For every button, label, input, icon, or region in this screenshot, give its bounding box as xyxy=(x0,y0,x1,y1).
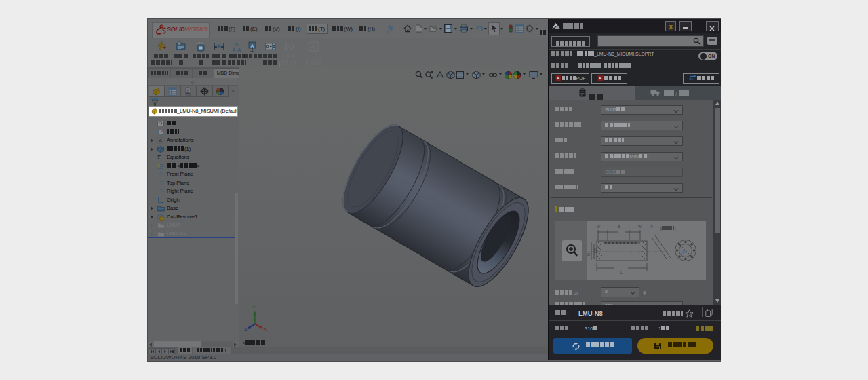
svg-text:(r): (r) xyxy=(650,224,653,228)
svg-text:A: A xyxy=(237,47,241,53)
svg-text:L: L xyxy=(620,271,623,275)
svg-text:W: W xyxy=(597,225,601,229)
svg-text:D1: D1 xyxy=(593,248,597,253)
svg-text:Y: Y xyxy=(252,305,256,311)
svg-text:D: D xyxy=(587,252,591,256)
svg-text:dr: dr xyxy=(680,248,687,255)
svg-text:1.125: 1.125 xyxy=(197,41,204,45)
svg-text:W: W xyxy=(638,225,642,229)
svg-text:A: A xyxy=(232,47,236,53)
svg-text:X: X xyxy=(264,326,267,332)
svg-text:A: A xyxy=(159,138,163,144)
svg-text:A: A xyxy=(251,43,254,48)
svg-text:B: B xyxy=(618,225,620,229)
svg-text:Z: Z xyxy=(244,326,248,332)
